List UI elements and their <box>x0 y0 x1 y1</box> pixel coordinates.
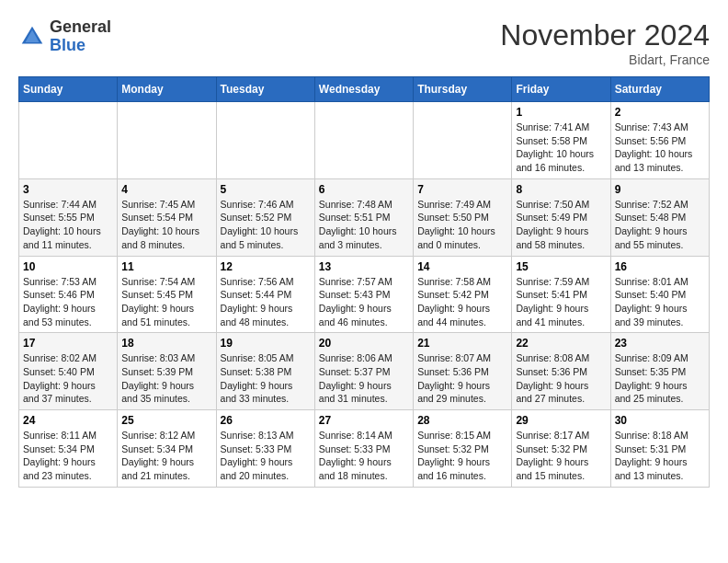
day-info-text: Sunrise: 8:08 AM Sunset: 5:36 PM Dayligh… <box>516 351 606 406</box>
day-info-text: Sunrise: 7:49 AM Sunset: 5:50 PM Dayligh… <box>417 198 507 252</box>
day-info-text: Sunrise: 7:56 AM Sunset: 5:44 PM Dayligh… <box>221 275 311 329</box>
day-info-text: Sunrise: 8:13 AM Sunset: 5:33 PM Dayligh… <box>221 429 311 483</box>
logo: General Blue <box>18 18 111 55</box>
calendar-header-row: SundayMondayTuesdayWednesdayThursdayFrid… <box>19 77 710 102</box>
day-of-week-header: Thursday <box>414 77 512 102</box>
day-info-text: Sunrise: 8:03 AM Sunset: 5:39 PM Dayligh… <box>121 351 211 406</box>
calendar-day-cell: 14Sunrise: 7:58 AM Sunset: 5:42 PM Dayli… <box>414 256 512 333</box>
day-number: 17 <box>23 337 113 350</box>
day-number: 3 <box>23 183 113 196</box>
day-number: 18 <box>121 337 211 350</box>
month-title: November 2024 <box>500 18 710 52</box>
day-number: 20 <box>319 337 409 350</box>
day-info-text: Sunrise: 7:53 AM Sunset: 5:46 PM Dayligh… <box>23 275 113 329</box>
calendar-day-cell: 8Sunrise: 7:50 AM Sunset: 5:49 PM Daylig… <box>512 178 610 256</box>
day-number: 29 <box>516 414 606 427</box>
calendar-day-cell: 25Sunrise: 8:12 AM Sunset: 5:34 PM Dayli… <box>118 410 216 488</box>
calendar-day-cell: 26Sunrise: 8:13 AM Sunset: 5:33 PM Dayli… <box>216 410 314 488</box>
day-info-text: Sunrise: 8:05 AM Sunset: 5:38 PM Dayligh… <box>221 351 311 406</box>
day-info-text: Sunrise: 7:41 AM Sunset: 5:58 PM Dayligh… <box>516 121 606 175</box>
day-number: 16 <box>615 260 705 273</box>
day-info-text: Sunrise: 8:17 AM Sunset: 5:32 PM Dayligh… <box>516 429 606 483</box>
day-number: 28 <box>417 414 507 427</box>
calendar-day-cell <box>216 102 314 179</box>
calendar-day-cell: 16Sunrise: 8:01 AM Sunset: 5:40 PM Dayli… <box>610 256 709 333</box>
calendar-day-cell <box>118 102 216 179</box>
calendar-day-cell <box>19 102 118 179</box>
calendar-day-cell: 13Sunrise: 7:57 AM Sunset: 5:43 PM Dayli… <box>314 256 413 333</box>
calendar-day-cell: 30Sunrise: 8:18 AM Sunset: 5:31 PM Dayli… <box>610 410 709 488</box>
day-info-text: Sunrise: 7:45 AM Sunset: 5:54 PM Dayligh… <box>121 198 211 252</box>
calendar-week-row: 1Sunrise: 7:41 AM Sunset: 5:58 PM Daylig… <box>19 102 710 179</box>
calendar-week-row: 3Sunrise: 7:44 AM Sunset: 5:55 PM Daylig… <box>19 178 710 256</box>
calendar-day-cell: 2Sunrise: 7:43 AM Sunset: 5:56 PM Daylig… <box>610 102 709 179</box>
day-info-text: Sunrise: 7:43 AM Sunset: 5:56 PM Dayligh… <box>615 121 705 175</box>
day-info-text: Sunrise: 8:01 AM Sunset: 5:40 PM Dayligh… <box>615 275 705 329</box>
day-number: 24 <box>23 414 113 427</box>
day-of-week-header: Sunday <box>19 77 118 102</box>
day-info-text: Sunrise: 7:57 AM Sunset: 5:43 PM Dayligh… <box>319 275 409 329</box>
day-info-text: Sunrise: 8:06 AM Sunset: 5:37 PM Dayligh… <box>319 351 409 406</box>
day-info-text: Sunrise: 7:44 AM Sunset: 5:55 PM Dayligh… <box>23 198 113 252</box>
calendar-week-row: 17Sunrise: 8:02 AM Sunset: 5:40 PM Dayli… <box>19 333 710 410</box>
day-number: 26 <box>221 414 311 427</box>
day-info-text: Sunrise: 7:48 AM Sunset: 5:51 PM Dayligh… <box>319 198 409 252</box>
day-number: 2 <box>615 106 705 119</box>
day-number: 23 <box>615 337 705 350</box>
calendar-day-cell: 15Sunrise: 7:59 AM Sunset: 5:41 PM Dayli… <box>512 256 610 333</box>
day-number: 14 <box>417 260 507 273</box>
day-of-week-header: Wednesday <box>314 77 413 102</box>
day-info-text: Sunrise: 8:11 AM Sunset: 5:34 PM Dayligh… <box>23 429 113 483</box>
calendar-day-cell: 10Sunrise: 7:53 AM Sunset: 5:46 PM Dayli… <box>19 256 118 333</box>
calendar-day-cell: 28Sunrise: 8:15 AM Sunset: 5:32 PM Dayli… <box>414 410 512 488</box>
page-header: General Blue November 2024 Bidart, Franc… <box>18 18 710 67</box>
day-number: 10 <box>23 260 113 273</box>
day-number: 15 <box>516 260 606 273</box>
day-info-text: Sunrise: 8:15 AM Sunset: 5:32 PM Dayligh… <box>417 429 507 483</box>
calendar-day-cell: 29Sunrise: 8:17 AM Sunset: 5:32 PM Dayli… <box>512 410 610 488</box>
calendar-week-row: 24Sunrise: 8:11 AM Sunset: 5:34 PM Dayli… <box>19 410 710 488</box>
day-number: 8 <box>516 183 606 196</box>
calendar-day-cell: 5Sunrise: 7:46 AM Sunset: 5:52 PM Daylig… <box>216 178 314 256</box>
day-info-text: Sunrise: 8:14 AM Sunset: 5:33 PM Dayligh… <box>319 429 409 483</box>
logo-text: General Blue <box>50 18 111 55</box>
calendar-day-cell: 18Sunrise: 8:03 AM Sunset: 5:39 PM Dayli… <box>118 333 216 410</box>
day-info-text: Sunrise: 7:50 AM Sunset: 5:49 PM Dayligh… <box>516 198 606 252</box>
calendar-day-cell: 7Sunrise: 7:49 AM Sunset: 5:50 PM Daylig… <box>414 178 512 256</box>
day-number: 11 <box>121 260 211 273</box>
calendar-day-cell: 17Sunrise: 8:02 AM Sunset: 5:40 PM Dayli… <box>19 333 118 410</box>
day-number: 4 <box>121 183 211 196</box>
day-number: 7 <box>417 183 507 196</box>
day-info-text: Sunrise: 8:02 AM Sunset: 5:40 PM Dayligh… <box>23 351 113 406</box>
day-number: 1 <box>516 106 606 119</box>
day-number: 13 <box>319 260 409 273</box>
calendar-day-cell: 20Sunrise: 8:06 AM Sunset: 5:37 PM Dayli… <box>314 333 413 410</box>
title-block: November 2024 Bidart, France <box>500 18 710 67</box>
calendar-day-cell: 11Sunrise: 7:54 AM Sunset: 5:45 PM Dayli… <box>118 256 216 333</box>
day-number: 6 <box>319 183 409 196</box>
location-label: Bidart, France <box>500 52 710 67</box>
calendar-day-cell <box>414 102 512 179</box>
day-number: 12 <box>221 260 311 273</box>
calendar-day-cell: 21Sunrise: 8:07 AM Sunset: 5:36 PM Dayli… <box>414 333 512 410</box>
day-number: 27 <box>319 414 409 427</box>
day-of-week-header: Tuesday <box>216 77 314 102</box>
day-info-text: Sunrise: 8:18 AM Sunset: 5:31 PM Dayligh… <box>615 429 705 483</box>
calendar-day-cell: 27Sunrise: 8:14 AM Sunset: 5:33 PM Dayli… <box>314 410 413 488</box>
day-info-text: Sunrise: 7:52 AM Sunset: 5:48 PM Dayligh… <box>615 198 705 252</box>
calendar-day-cell: 19Sunrise: 8:05 AM Sunset: 5:38 PM Dayli… <box>216 333 314 410</box>
day-info-text: Sunrise: 8:12 AM Sunset: 5:34 PM Dayligh… <box>121 429 211 483</box>
day-of-week-header: Monday <box>118 77 216 102</box>
calendar-table: SundayMondayTuesdayWednesdayThursdayFrid… <box>18 76 710 488</box>
calendar-day-cell: 3Sunrise: 7:44 AM Sunset: 5:55 PM Daylig… <box>19 178 118 256</box>
day-number: 21 <box>417 337 507 350</box>
calendar-day-cell: 9Sunrise: 7:52 AM Sunset: 5:48 PM Daylig… <box>610 178 709 256</box>
calendar-week-row: 10Sunrise: 7:53 AM Sunset: 5:46 PM Dayli… <box>19 256 710 333</box>
calendar-day-cell: 6Sunrise: 7:48 AM Sunset: 5:51 PM Daylig… <box>314 178 413 256</box>
calendar-day-cell: 24Sunrise: 8:11 AM Sunset: 5:34 PM Dayli… <box>19 410 118 488</box>
day-of-week-header: Friday <box>512 77 610 102</box>
day-number: 30 <box>615 414 705 427</box>
day-number: 5 <box>221 183 311 196</box>
day-info-text: Sunrise: 8:07 AM Sunset: 5:36 PM Dayligh… <box>417 351 507 406</box>
day-info-text: Sunrise: 7:46 AM Sunset: 5:52 PM Dayligh… <box>221 198 311 252</box>
